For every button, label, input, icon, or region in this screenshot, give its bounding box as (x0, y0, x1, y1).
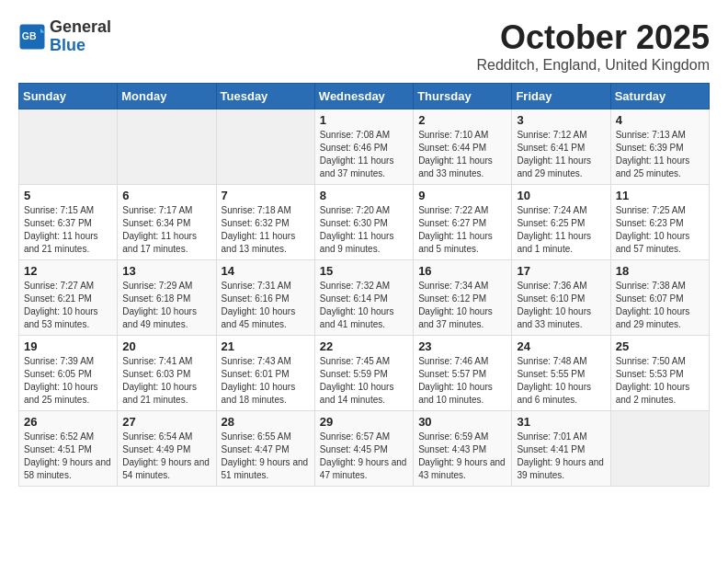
weekday-header-wednesday: Wednesday (314, 84, 413, 109)
logo-general-text: General (50, 17, 111, 36)
day-info: Sunrise: 7:20 AMSunset: 6:30 PMDaylight:… (320, 204, 408, 256)
day-info: Sunrise: 7:43 AMSunset: 6:01 PMDaylight:… (222, 355, 310, 407)
calendar-week-row: 5Sunrise: 7:15 AMSunset: 6:37 PMDaylight… (19, 185, 710, 260)
calendar-cell: 7Sunrise: 7:18 AMSunset: 6:32 PMDaylight… (216, 185, 314, 260)
day-number: 18 (616, 264, 704, 278)
day-info: Sunrise: 7:17 AMSunset: 6:34 PMDaylight:… (122, 204, 210, 256)
day-info: Sunrise: 7:27 AMSunset: 6:21 PMDaylight:… (24, 280, 112, 331)
calendar-cell (610, 411, 709, 487)
day-info: Sunrise: 7:36 AMSunset: 6:10 PMDaylight:… (517, 280, 605, 331)
calendar-cell: 16Sunrise: 7:34 AMSunset: 6:12 PMDayligh… (414, 260, 512, 336)
day-number: 5 (24, 189, 112, 202)
day-number: 20 (122, 339, 210, 353)
day-number: 26 (24, 415, 112, 429)
calendar-cell: 28Sunrise: 6:55 AMSunset: 4:47 PMDayligh… (216, 411, 314, 487)
day-number: 25 (616, 339, 704, 353)
logo-icon: GB (18, 23, 46, 51)
calendar-cell: 20Sunrise: 7:41 AMSunset: 6:03 PMDayligh… (118, 336, 216, 411)
calendar-cell: 22Sunrise: 7:45 AMSunset: 5:59 PMDayligh… (314, 336, 413, 411)
calendar-cell: 15Sunrise: 7:32 AMSunset: 6:14 PMDayligh… (314, 260, 413, 336)
calendar-week-row: 19Sunrise: 7:39 AMSunset: 6:05 PMDayligh… (19, 336, 710, 411)
calendar-cell: 1Sunrise: 7:08 AMSunset: 6:46 PMDaylight… (314, 109, 413, 185)
calendar-cell: 13Sunrise: 7:29 AMSunset: 6:18 PMDayligh… (118, 260, 216, 336)
calendar-cell (118, 109, 216, 185)
svg-text:GB: GB (22, 30, 37, 41)
title-block: October 2025 Redditch, England, United K… (477, 18, 711, 74)
calendar-cell: 27Sunrise: 6:54 AMSunset: 4:49 PMDayligh… (118, 411, 216, 487)
day-number: 10 (517, 189, 605, 202)
calendar-week-row: 12Sunrise: 7:27 AMSunset: 6:21 PMDayligh… (19, 260, 710, 336)
day-info: Sunrise: 6:55 AMSunset: 4:47 PMDaylight:… (222, 431, 310, 482)
day-info: Sunrise: 7:29 AMSunset: 6:18 PMDaylight:… (122, 280, 210, 331)
day-number: 9 (418, 189, 506, 202)
weekday-header-monday: Monday (118, 84, 216, 109)
day-info: Sunrise: 7:13 AMSunset: 6:39 PMDaylight:… (616, 129, 704, 180)
day-info: Sunrise: 6:52 AMSunset: 4:51 PMDaylight:… (24, 431, 112, 482)
location: Redditch, England, United Kingdom (477, 57, 711, 74)
calendar-cell: 24Sunrise: 7:48 AMSunset: 5:55 PMDayligh… (512, 336, 610, 411)
day-number: 19 (24, 339, 112, 353)
day-info: Sunrise: 7:12 AMSunset: 6:41 PMDaylight:… (517, 129, 605, 180)
calendar-cell (216, 109, 314, 185)
header: GB General Blue October 2025 Redditch, E… (18, 18, 710, 74)
calendar-cell: 21Sunrise: 7:43 AMSunset: 6:01 PMDayligh… (216, 336, 314, 411)
day-info: Sunrise: 6:54 AMSunset: 4:49 PMDaylight:… (122, 431, 210, 482)
day-info: Sunrise: 7:50 AMSunset: 5:53 PMDaylight:… (616, 355, 704, 407)
weekday-header-sunday: Sunday (19, 84, 118, 109)
day-info: Sunrise: 6:57 AMSunset: 4:45 PMDaylight:… (320, 431, 408, 482)
day-number: 12 (24, 264, 112, 278)
day-number: 22 (320, 339, 408, 353)
calendar-cell: 4Sunrise: 7:13 AMSunset: 6:39 PMDaylight… (610, 109, 709, 185)
day-number: 17 (517, 264, 605, 278)
logo-blue-text: Blue (50, 36, 85, 54)
calendar-cell: 31Sunrise: 7:01 AMSunset: 4:41 PMDayligh… (512, 411, 610, 487)
calendar-week-row: 26Sunrise: 6:52 AMSunset: 4:51 PMDayligh… (19, 411, 710, 487)
day-info: Sunrise: 7:41 AMSunset: 6:03 PMDaylight:… (122, 355, 210, 407)
day-info: Sunrise: 7:01 AMSunset: 4:41 PMDaylight:… (517, 431, 605, 482)
day-info: Sunrise: 7:32 AMSunset: 6:14 PMDaylight:… (320, 280, 408, 331)
day-number: 14 (222, 264, 310, 278)
day-info: Sunrise: 7:45 AMSunset: 5:59 PMDaylight:… (320, 355, 408, 407)
day-number: 4 (616, 113, 704, 127)
month-title: October 2025 (477, 18, 711, 57)
day-info: Sunrise: 7:34 AMSunset: 6:12 PMDaylight:… (418, 280, 506, 331)
day-number: 16 (418, 264, 506, 278)
day-info: Sunrise: 7:48 AMSunset: 5:55 PMDaylight:… (517, 355, 605, 407)
day-number: 21 (222, 339, 310, 353)
day-info: Sunrise: 7:31 AMSunset: 6:16 PMDaylight:… (222, 280, 310, 331)
weekday-header-saturday: Saturday (610, 84, 709, 109)
day-number: 24 (517, 339, 605, 353)
calendar-cell: 2Sunrise: 7:10 AMSunset: 6:44 PMDaylight… (414, 109, 512, 185)
day-info: Sunrise: 7:24 AMSunset: 6:25 PMDaylight:… (517, 204, 605, 256)
day-number: 29 (320, 415, 408, 429)
day-info: Sunrise: 7:10 AMSunset: 6:44 PMDaylight:… (418, 129, 506, 180)
weekday-header-tuesday: Tuesday (216, 84, 314, 109)
day-number: 31 (517, 415, 605, 429)
calendar-cell: 23Sunrise: 7:46 AMSunset: 5:57 PMDayligh… (414, 336, 512, 411)
day-info: Sunrise: 7:18 AMSunset: 6:32 PMDaylight:… (222, 204, 310, 256)
day-number: 1 (320, 113, 408, 127)
calendar-cell: 18Sunrise: 7:38 AMSunset: 6:07 PMDayligh… (610, 260, 709, 336)
calendar-cell: 10Sunrise: 7:24 AMSunset: 6:25 PMDayligh… (512, 185, 610, 260)
day-number: 13 (122, 264, 210, 278)
day-number: 8 (320, 189, 408, 202)
weekday-header-row: SundayMondayTuesdayWednesdayThursdayFrid… (19, 84, 710, 109)
day-number: 2 (418, 113, 506, 127)
day-number: 15 (320, 264, 408, 278)
day-info: Sunrise: 7:22 AMSunset: 6:27 PMDaylight:… (418, 204, 506, 256)
calendar-week-row: 1Sunrise: 7:08 AMSunset: 6:46 PMDaylight… (19, 109, 710, 185)
calendar-cell: 29Sunrise: 6:57 AMSunset: 4:45 PMDayligh… (314, 411, 413, 487)
calendar-cell: 8Sunrise: 7:20 AMSunset: 6:30 PMDaylight… (314, 185, 413, 260)
calendar-cell: 17Sunrise: 7:36 AMSunset: 6:10 PMDayligh… (512, 260, 610, 336)
day-info: Sunrise: 7:46 AMSunset: 5:57 PMDaylight:… (418, 355, 506, 407)
day-info: Sunrise: 7:15 AMSunset: 6:37 PMDaylight:… (24, 204, 112, 256)
day-info: Sunrise: 7:39 AMSunset: 6:05 PMDaylight:… (24, 355, 112, 407)
day-info: Sunrise: 6:59 AMSunset: 4:43 PMDaylight:… (418, 431, 506, 482)
day-number: 7 (222, 189, 310, 202)
calendar-cell: 5Sunrise: 7:15 AMSunset: 6:37 PMDaylight… (19, 185, 118, 260)
day-number: 30 (418, 415, 506, 429)
calendar-cell: 3Sunrise: 7:12 AMSunset: 6:41 PMDaylight… (512, 109, 610, 185)
calendar-cell (19, 109, 118, 185)
calendar-cell: 30Sunrise: 6:59 AMSunset: 4:43 PMDayligh… (414, 411, 512, 487)
day-number: 3 (517, 113, 605, 127)
